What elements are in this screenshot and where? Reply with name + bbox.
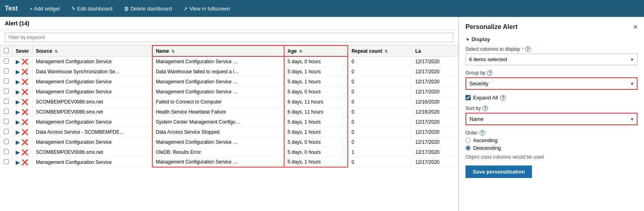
table-row: ▶ ❌ Data Warehouse Synchronization Se… D…: [0, 66, 458, 77]
info-icon: ▶: [16, 68, 20, 75]
col-repeat[interactable]: Repeat count ⇅: [348, 46, 412, 56]
row-source-cell: Management Configuration Service: [33, 117, 152, 127]
row-name-cell: Management Configuration Service …: [152, 87, 284, 97]
row-checkbox[interactable]: [4, 68, 9, 74]
row-checkbox[interactable]: [4, 58, 9, 64]
row-age-cell: 5 days, 1 hours: [284, 77, 348, 87]
ascending-label[interactable]: Ascending: [473, 137, 498, 143]
panel-title: Personalize Alert: [465, 23, 517, 31]
ascending-radio[interactable]: [465, 138, 471, 143]
row-checkbox-cell: [0, 157, 12, 167]
col-source[interactable]: Source ⇅: [33, 46, 152, 56]
table-wrapper: Sever Source ⇅ Name ⇅ Age ⇅ Repeat count…: [0, 45, 458, 211]
sort-by-help-icon[interactable]: ?: [482, 106, 488, 111]
close-button[interactable]: ×: [633, 23, 638, 31]
app-title: Test: [5, 5, 18, 12]
row-checkbox-cell: [0, 66, 12, 77]
row-source-cell: Data Access Service - SCOMBEMPDE…: [33, 127, 152, 137]
col-checkbox[interactable]: [0, 46, 12, 56]
col-age[interactable]: Age ⇅: [284, 46, 348, 56]
row-repeat-cell: 0: [348, 117, 412, 127]
panel-header: Personalize Alert ×: [465, 23, 638, 31]
save-personalization-button[interactable]: Save personalization: [465, 165, 532, 178]
columns-select-wrapper: 6 items selected ▼: [465, 54, 638, 65]
edit-dashboard-button[interactable]: ✎ Edit dashboard: [69, 4, 115, 13]
row-name-cell: System Center Management Configu…: [152, 117, 284, 127]
columns-select[interactable]: 6 items selected: [465, 54, 638, 65]
row-checkbox[interactable]: [4, 89, 9, 94]
row-la-cell: 12/17/2020: [412, 127, 458, 137]
group-by-help-icon[interactable]: ?: [487, 70, 492, 76]
error-icon: ❌: [21, 119, 28, 125]
row-name-cell: Management Configuration Service …: [152, 157, 284, 167]
table-row: ▶ ❌ SCOMBEMPDEV0086.smx.net OleDB: Resul…: [0, 147, 458, 157]
error-icon: ❌: [21, 99, 28, 105]
ascending-radio-row: Ascending: [465, 137, 638, 143]
row-name-cell: Data Warehouse failed to request a l…: [152, 66, 284, 77]
table-row: ▶ ❌ Management Configuration Service Man…: [0, 77, 458, 87]
row-severity-cell: ▶ ❌: [12, 147, 33, 157]
sort-repeat-icon: ⇅: [384, 49, 388, 54]
row-repeat-cell: 0: [348, 97, 412, 107]
row-checkbox[interactable]: [4, 159, 9, 164]
columns-help-icon[interactable]: ?: [525, 46, 531, 52]
row-repeat-cell: 0: [348, 157, 412, 167]
row-checkbox[interactable]: [4, 149, 9, 154]
table-row: ▶ ❌ Data Access Service - SCOMBEMPDE… Da…: [0, 127, 458, 137]
row-checkbox-cell: [0, 77, 12, 87]
group-by-select[interactable]: Severity Source Name Age: [465, 77, 638, 90]
order-help-icon[interactable]: ?: [480, 130, 485, 136]
row-source-cell: Data Warehouse Synchronization Se…: [33, 66, 152, 77]
order-radio-group: Ascending Descending: [465, 137, 638, 151]
row-checkbox[interactable]: [4, 79, 9, 84]
right-panel: Personalize Alert × ▼ Display Select col…: [459, 17, 644, 211]
row-la-cell: 12/17/2020: [412, 56, 458, 66]
info-icon: ▶: [16, 149, 20, 155]
table-row: ▶ ❌ Management Configuration Service Man…: [0, 87, 458, 97]
col-name[interactable]: Name ⇅: [152, 46, 284, 56]
row-source-cell: Management Configuration Service: [33, 157, 152, 167]
row-checkbox[interactable]: [4, 129, 9, 134]
sort-by-select-wrapper: Name Severity Source Age ▼: [465, 113, 638, 125]
row-checkbox[interactable]: [4, 139, 9, 144]
row-la-cell: 12/17/2020: [412, 137, 458, 147]
row-checkbox[interactable]: [4, 109, 9, 114]
row-la-cell: 12/17/2020: [412, 157, 458, 167]
row-name-cell: Health Service Heartbeat Failure: [152, 107, 284, 117]
row-repeat-cell: 0: [348, 137, 412, 147]
row-checkbox[interactable]: [4, 119, 9, 124]
row-source-cell: SCOMBEMPDEV0086.smx.net: [33, 147, 152, 157]
expand-all-help-icon[interactable]: ?: [500, 95, 506, 101]
fullscreen-button[interactable]: ➚ View in fullscreen: [181, 4, 233, 13]
col-la[interactable]: La: [412, 46, 458, 56]
descending-label[interactable]: Descending: [473, 145, 501, 151]
row-repeat-cell: 0: [348, 87, 412, 97]
row-repeat-cell: 0: [348, 77, 412, 87]
row-name-cell: Failed to Connect to Computer: [152, 97, 284, 107]
table-row: ▶ ❌ Management Configuration Service Sys…: [0, 117, 458, 127]
expand-all-checkbox[interactable]: [465, 95, 471, 100]
row-severity-cell: ▶ ❌: [12, 97, 33, 107]
row-la-cell: 12/16/2020: [412, 107, 458, 117]
col-severity[interactable]: Sever: [12, 46, 33, 56]
fullscreen-icon: ➚: [183, 6, 188, 12]
select-all-checkbox[interactable]: [4, 48, 9, 53]
info-icon: ▶: [16, 159, 20, 165]
display-chevron-icon: ▼: [465, 37, 470, 42]
row-source-cell: Management Configuration Service: [33, 77, 152, 87]
row-age-cell: 6 days, 11 hours: [284, 107, 348, 117]
row-source-cell: Management Configuration Service: [33, 137, 152, 147]
descending-radio[interactable]: [465, 145, 471, 151]
row-la-cell: 12/17/2020: [412, 117, 458, 127]
table-row: ▶ ❌ SCOMBEMPDEV0088.smx.net Failed to Co…: [0, 97, 458, 107]
sort-by-select[interactable]: Name Severity Source Age: [465, 113, 638, 125]
add-widget-button[interactable]: + Add widget: [27, 4, 62, 13]
row-la-cell: 12/16/2020: [412, 97, 458, 107]
alert-header: Alert (14): [0, 17, 458, 30]
row-checkbox-cell: [0, 87, 12, 97]
delete-dashboard-button[interactable]: 🗑 Delete dashboard: [121, 4, 175, 13]
row-severity-cell: ▶ ❌: [12, 117, 33, 127]
filter-input[interactable]: [5, 33, 453, 42]
row-checkbox[interactable]: [4, 99, 9, 104]
row-source-cell: SCOMBEMPDEV0088.smx.net: [33, 97, 152, 107]
